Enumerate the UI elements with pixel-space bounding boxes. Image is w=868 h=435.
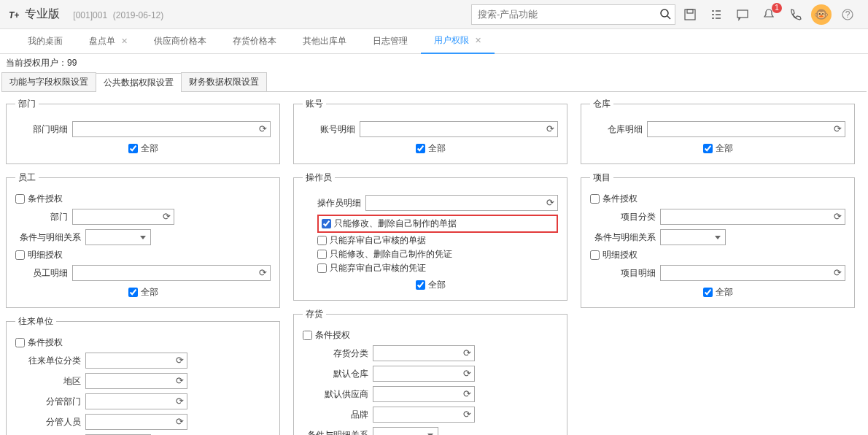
bell-icon[interactable]: 1 (757, 4, 780, 25)
lookup-icon[interactable]: ⟳ (834, 267, 842, 278)
operator-detail-input[interactable]: ⟳ (365, 195, 558, 211)
label-partner-cls: 往来单位分类 (15, 355, 81, 367)
dept-detail-input[interactable]: ⟳ (72, 121, 271, 137)
lookup-icon[interactable]: ⟳ (834, 211, 842, 222)
inv-rel-select[interactable] (373, 427, 438, 435)
org-info: [001]001 (2019-06-12) (73, 9, 163, 20)
tab-inventory-check[interactable]: 盘点单✕ (76, 29, 141, 54)
account-all-checkbox[interactable] (416, 144, 425, 153)
emp-all-checkbox[interactable] (128, 288, 138, 297)
proj-cls-input[interactable]: ⟳ (660, 209, 845, 225)
lookup-icon[interactable]: ⟳ (163, 211, 171, 222)
warehouse-all-checkbox[interactable] (703, 144, 713, 153)
partner-region-input[interactable]: ⟳ (85, 373, 187, 389)
label-emp-detail: 员工明细 (15, 267, 68, 280)
label-proj-detail: 项目明细 (590, 267, 656, 280)
lookup-icon[interactable]: ⟳ (176, 396, 184, 407)
emp-cond-auth-checkbox[interactable] (15, 194, 25, 204)
save-icon[interactable] (678, 4, 702, 25)
label-operator-detail: 操作员明细 (303, 197, 361, 209)
legend-project: 项目 (590, 172, 613, 184)
proj-detail-auth-checkbox[interactable] (590, 250, 600, 260)
avatar[interactable]: 🐵 (810, 4, 833, 25)
lookup-icon[interactable]: ⟳ (259, 123, 267, 134)
legend-warehouse: 仓库 (590, 98, 613, 110)
partner-mgrstaff-input[interactable]: ⟳ (85, 414, 187, 430)
logo: T+ (9, 7, 19, 22)
label-inv-cls: 存货分类 (303, 347, 368, 360)
lookup-icon[interactable]: ⟳ (176, 355, 184, 366)
tab-desktop[interactable]: 我的桌面 (15, 29, 76, 54)
lookup-icon[interactable]: ⟳ (176, 375, 184, 386)
label-all: 全部 (141, 286, 158, 299)
label-dept-detail: 部门明细 (15, 123, 68, 136)
search-icon[interactable] (659, 8, 671, 23)
operator-all-checkbox[interactable] (416, 280, 425, 290)
label-op-opt1: 只能修改、删除自己制作的单据 (334, 218, 457, 230)
lookup-icon[interactable]: ⟳ (546, 123, 554, 134)
partner-cond-auth-checkbox[interactable] (15, 338, 25, 347)
label-inv-rel: 条件与明细关系 (303, 429, 368, 436)
inv-defsup-input[interactable]: ⟳ (373, 386, 475, 402)
emp-rel-select[interactable] (85, 229, 151, 245)
inv-cls-input[interactable]: ⟳ (373, 345, 475, 361)
proj-rel-select[interactable] (660, 229, 726, 245)
proj-detail-input[interactable]: ⟳ (660, 265, 845, 281)
help-icon[interactable]: ? (836, 4, 859, 25)
op-opt4-checkbox[interactable] (317, 263, 327, 273)
inv-defwh-input[interactable]: ⟳ (373, 366, 475, 382)
inv-cond-auth-checkbox[interactable] (303, 331, 312, 340)
close-icon[interactable]: ✕ (475, 36, 481, 45)
label-inv-brand: 品牌 (303, 409, 368, 421)
account-detail-input[interactable]: ⟳ (360, 121, 558, 137)
partner-cls-input[interactable]: ⟳ (85, 353, 187, 369)
warehouse-detail-input[interactable]: ⟳ (647, 121, 845, 137)
legend-operator: 操作员 (303, 172, 335, 184)
tab-supplier-price[interactable]: 供应商价格本 (141, 29, 220, 54)
tab-other-out[interactable]: 其他出库单 (290, 29, 360, 54)
label-op-opt3: 只能修改、删除自己制作的凭证 (330, 248, 452, 261)
tab-inventory-price[interactable]: 存货价格本 (220, 29, 290, 54)
op-opt2-checkbox[interactable] (317, 236, 327, 245)
op-opt3-checkbox[interactable] (317, 250, 327, 259)
lookup-icon[interactable]: ⟳ (463, 388, 471, 399)
close-icon[interactable]: ✕ (121, 36, 128, 46)
label-op-opt4: 只能弃审自己审核的凭证 (330, 262, 426, 274)
label-emp-rel: 条件与明细关系 (15, 231, 81, 244)
lookup-icon[interactable]: ⟳ (463, 347, 471, 358)
group-warehouse: 仓库 仓库明细⟳ 全部 (581, 98, 855, 164)
lookup-icon[interactable]: ⟳ (259, 267, 267, 278)
inv-brand-input[interactable]: ⟳ (373, 407, 475, 423)
lookup-icon[interactable]: ⟳ (546, 197, 554, 208)
label-inv-defwh: 默认仓库 (303, 368, 368, 380)
lookup-icon[interactable]: ⟳ (463, 409, 471, 420)
partner-mgrdept-input[interactable]: ⟳ (85, 393, 187, 409)
subtab-finance-data[interactable]: 财务数据权限设置 (181, 72, 267, 91)
op-opt1-checkbox[interactable] (322, 219, 331, 228)
emp-detail-auth-checkbox[interactable] (15, 250, 25, 260)
phone-icon[interactable] (783, 4, 807, 25)
lookup-icon[interactable]: ⟳ (176, 416, 184, 427)
list-icon[interactable] (705, 4, 728, 25)
emp-dept-input[interactable]: ⟳ (72, 209, 174, 225)
label-all: 全部 (716, 142, 733, 155)
label-inv-defsup: 默认供应商 (303, 388, 368, 401)
label-all: 全部 (428, 142, 446, 155)
legend-employee: 员工 (15, 172, 39, 184)
edition-label: 专业版 (25, 7, 60, 22)
tab-log[interactable]: 日志管理 (360, 29, 421, 54)
dept-all-checkbox[interactable] (128, 144, 138, 153)
message-icon[interactable] (731, 4, 754, 25)
subtab-function[interactable]: 功能与字段权限设置 (1, 72, 96, 91)
proj-all-checkbox[interactable] (703, 288, 713, 297)
lookup-icon[interactable]: ⟳ (834, 123, 842, 134)
label-proj-cls: 项目分类 (590, 211, 656, 223)
lookup-icon[interactable]: ⟳ (463, 368, 471, 379)
proj-cond-auth-checkbox[interactable] (590, 194, 600, 204)
tab-user-permission[interactable]: 用户权限✕ (421, 29, 495, 54)
subtab-public-data[interactable]: 公共数据权限设置 (96, 73, 182, 92)
label-op-opt2: 只能弃审自己审核的单据 (330, 234, 426, 247)
search-input[interactable] (471, 4, 675, 25)
search-box[interactable] (471, 4, 675, 25)
emp-detail-input[interactable]: ⟳ (72, 265, 271, 281)
